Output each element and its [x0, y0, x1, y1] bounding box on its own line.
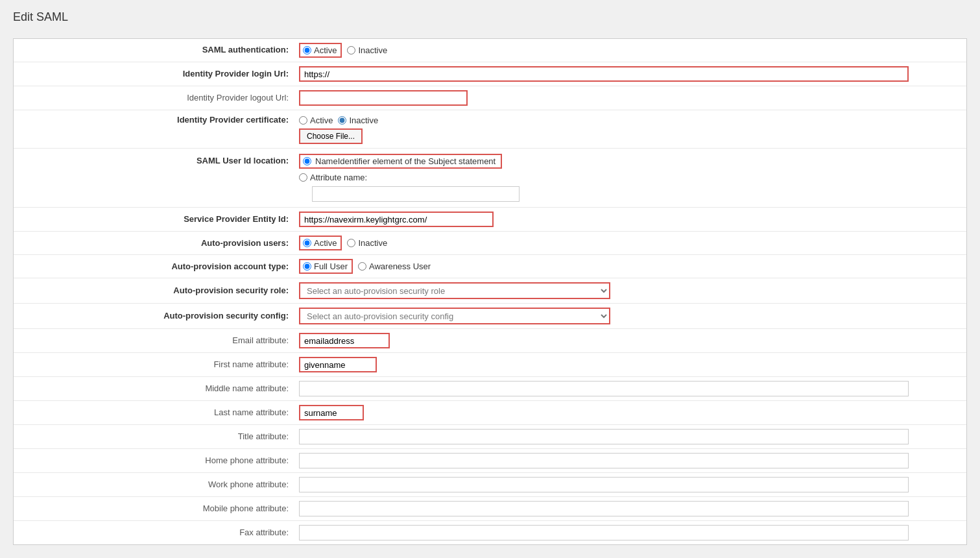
auto-provision-users-controls: Active Inactive [299, 236, 966, 250]
edit-saml-form: SAML authentication: Active Inactive Ide… [13, 38, 967, 545]
work-phone-attr-controls [299, 477, 966, 492]
idp-cert-row: Identity Provider certificate: Active In… [14, 110, 966, 149]
auto-provision-users-active-radio[interactable] [303, 239, 311, 247]
first-name-attr-controls [299, 357, 966, 372]
auto-provision-users-inactive-option[interactable]: Inactive [347, 238, 387, 248]
saml-uid-row: SAML User Id location: NameIdentifier el… [14, 149, 966, 208]
middle-name-attr-row: Middle name attribute: [14, 377, 966, 401]
saml-auth-inactive-option[interactable]: Inactive [347, 45, 387, 55]
idp-logout-url-controls [299, 90, 966, 106]
idp-cert-active-option[interactable]: Active [299, 115, 333, 125]
auto-provision-full-option[interactable]: Full User [299, 259, 353, 274]
saml-uid-attr-label: Attribute name: [310, 173, 367, 182]
cert-file-row: Choose File... [14, 128, 966, 144]
last-name-attr-row: Last name attribute: [14, 401, 966, 425]
saml-uid-attr-option[interactable]: Attribute name: [299, 173, 367, 182]
auto-provision-type-controls: Full User Awareness User [299, 259, 966, 274]
idp-logout-url-input[interactable] [299, 90, 468, 106]
title-attr-controls [299, 429, 966, 444]
mobile-phone-attr-input[interactable] [299, 501, 909, 516]
cert-radio-row: Identity Provider certificate: Active In… [14, 114, 966, 126]
fax-attr-row: Fax attribute: [14, 521, 966, 544]
middle-name-attr-input[interactable] [299, 381, 909, 396]
saml-uid-nameid-option[interactable]: NameIdentifier element of the Subject st… [299, 154, 502, 169]
auto-provision-config-controls: Select an auto-provision security config [299, 308, 966, 324]
auto-provision-awareness-label: Awareness User [369, 261, 431, 271]
work-phone-attr-label: Work phone attribute: [14, 479, 299, 491]
page-container: Edit SAML SAML authentication: Active In… [0, 0, 980, 558]
auto-provision-users-inactive-radio[interactable] [347, 239, 355, 247]
idp-logout-url-row: Identity Provider logout Url: [14, 86, 966, 110]
middle-name-attr-controls [299, 381, 966, 396]
saml-auth-active-label: Active [314, 45, 337, 55]
auto-provision-config-row: Auto-provision security config: Select a… [14, 304, 966, 329]
first-name-attr-row: First name attribute: [14, 353, 966, 377]
work-phone-attr-row: Work phone attribute: [14, 473, 966, 497]
title-attr-row: Title attribute: [14, 425, 966, 449]
idp-cert-inactive-label: Inactive [349, 115, 378, 125]
saml-uid-nameid-radio[interactable] [303, 157, 311, 165]
auto-provision-config-select[interactable]: Select an auto-provision security config [299, 308, 610, 324]
auto-provision-full-label: Full User [314, 261, 348, 271]
auto-provision-full-radio[interactable] [303, 262, 311, 271]
cert-file-controls: Choose File... [299, 128, 966, 144]
mobile-phone-attr-controls [299, 501, 966, 516]
first-name-attr-input[interactable] [299, 357, 377, 372]
saml-uid-nameid-label: NameIdentifier element of the Subject st… [315, 156, 496, 166]
email-attr-input[interactable] [299, 333, 390, 348]
idp-cert-active-label: Active [310, 115, 333, 125]
saml-auth-active-option[interactable]: Active [299, 43, 342, 58]
sp-entity-id-label: Service Provider Entity Id: [14, 213, 299, 225]
saml-auth-active-radio[interactable] [303, 46, 311, 55]
auto-provision-awareness-radio[interactable] [358, 262, 366, 271]
sp-entity-id-row: Service Provider Entity Id: [14, 208, 966, 232]
middle-name-attr-label: Middle name attribute: [14, 383, 299, 394]
title-attr-input[interactable] [299, 429, 909, 444]
mobile-phone-attr-label: Mobile phone attribute: [14, 503, 299, 515]
idp-logout-url-label: Identity Provider logout Url: [14, 92, 299, 104]
last-name-attr-controls [299, 405, 966, 420]
cert-file-spacer [14, 128, 299, 144]
auto-provision-role-row: Auto-provision security role: Select an … [14, 278, 966, 304]
mobile-phone-attr-row: Mobile phone attribute: [14, 497, 966, 521]
auto-provision-role-label: Auto-provision security role: [14, 285, 299, 297]
saml-uid-controls: NameIdentifier element of the Subject st… [299, 154, 966, 202]
idp-cert-active-radio[interactable] [299, 116, 307, 125]
idp-cert-inactive-radio[interactable] [338, 116, 346, 125]
email-attr-row: Email attribute: [14, 329, 966, 353]
page-title: Edit SAML [13, 6, 967, 28]
idp-login-url-input[interactable] [299, 66, 909, 82]
title-attr-label: Title attribute: [14, 431, 299, 443]
sp-entity-id-controls [299, 212, 966, 227]
idp-login-url-row: Identity Provider login Url: [14, 62, 966, 86]
auto-provision-role-controls: Select an auto-provision security role [299, 282, 966, 299]
fax-attr-label: Fax attribute: [14, 527, 299, 539]
saml-auth-controls: Active Inactive [299, 43, 966, 58]
fax-attr-input[interactable] [299, 525, 909, 540]
auto-provision-awareness-option[interactable]: Awareness User [358, 261, 431, 271]
idp-login-url-label: Identity Provider login Url: [14, 68, 299, 80]
auto-provision-users-row: Auto-provision users: Active Inactive [14, 232, 966, 255]
choose-file-button[interactable]: Choose File... [299, 128, 363, 144]
last-name-attr-input[interactable] [299, 405, 364, 420]
auto-provision-users-inactive-label: Inactive [358, 238, 387, 248]
saml-uid-attr-radio[interactable] [299, 173, 307, 182]
idp-cert-inactive-option[interactable]: Inactive [338, 115, 378, 125]
auto-provision-type-row: Auto-provision account type: Full User A… [14, 255, 966, 278]
auto-provision-type-label: Auto-provision account type: [14, 261, 299, 273]
saml-auth-row: SAML authentication: Active Inactive [14, 39, 966, 62]
last-name-attr-label: Last name attribute: [14, 407, 299, 418]
work-phone-attr-input[interactable] [299, 477, 909, 492]
home-phone-attr-input[interactable] [299, 453, 909, 468]
idp-cert-label: Identity Provider certificate: [14, 114, 299, 126]
auto-provision-users-active-option[interactable]: Active [299, 236, 342, 250]
sp-entity-id-input[interactable] [299, 212, 494, 227]
home-phone-attr-row: Home phone attribute: [14, 449, 966, 473]
auto-provision-role-select[interactable]: Select an auto-provision security role [299, 282, 610, 299]
saml-uid-attr-input[interactable] [312, 186, 520, 202]
saml-auth-inactive-radio[interactable] [347, 46, 355, 55]
auto-provision-users-label: Auto-provision users: [14, 237, 299, 249]
email-attr-controls [299, 333, 966, 348]
saml-auth-label: SAML authentication: [14, 44, 299, 56]
home-phone-attr-label: Home phone attribute: [14, 455, 299, 467]
